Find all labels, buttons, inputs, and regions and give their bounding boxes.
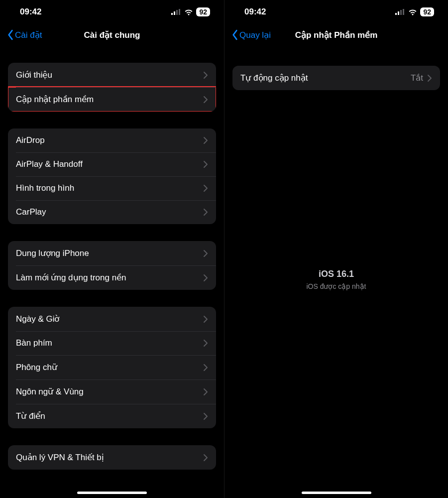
row-label: Hình trong hình bbox=[16, 183, 74, 193]
row-label: AirDrop bbox=[16, 135, 45, 145]
svg-rect-0 bbox=[171, 13, 173, 15]
row-label: Cập nhật phần mềm bbox=[16, 94, 94, 105]
page-title: Cài đặt chung bbox=[84, 30, 140, 40]
row-software-update[interactable]: Cập nhật phần mềm bbox=[8, 87, 216, 112]
svg-rect-5 bbox=[398, 11, 399, 15]
svg-rect-6 bbox=[400, 10, 402, 15]
row-label: Từ điển bbox=[16, 411, 45, 421]
chevron-right-icon bbox=[203, 208, 208, 216]
status-time: 09:42 bbox=[20, 7, 41, 17]
wifi-icon bbox=[408, 9, 417, 15]
row-dictionary[interactable]: Từ điển bbox=[8, 404, 216, 428]
row-label: Giới thiệu bbox=[16, 70, 52, 80]
group-auto-update: Tự động cập nhật Tắt bbox=[232, 66, 440, 90]
row-label: Làm mới ứng dụng trong nền bbox=[16, 272, 126, 283]
back-label: Cài đặt bbox=[15, 30, 42, 40]
row-airdrop[interactable]: AirDrop bbox=[8, 128, 216, 152]
chevron-left-icon bbox=[231, 29, 238, 40]
nav-header: Quay lại Cập nhật Phần mềm bbox=[224, 24, 448, 46]
wifi-icon bbox=[184, 9, 193, 15]
row-auto-update[interactable]: Tự động cập nhật Tắt bbox=[232, 66, 440, 90]
chevron-right-icon bbox=[203, 71, 208, 79]
chevron-right-icon bbox=[203, 136, 208, 144]
group-about: Giới thiệu Cập nhật phần mềm bbox=[8, 63, 216, 112]
home-indicator[interactable] bbox=[302, 492, 371, 494]
status-bar: 09:42 92 bbox=[224, 0, 448, 21]
row-value: Tắt bbox=[411, 73, 423, 83]
back-button[interactable]: Quay lại bbox=[231, 29, 271, 40]
row-label: Dung lượng iPhone bbox=[16, 248, 89, 258]
row-date-time[interactable]: Ngày & Giờ bbox=[8, 307, 216, 331]
row-vpn-device[interactable]: Quản lý VPN & Thiết bị bbox=[8, 445, 216, 470]
chevron-right-icon bbox=[203, 249, 208, 257]
chevron-right-icon bbox=[203, 388, 208, 396]
status-right: 92 bbox=[395, 7, 434, 16]
svg-rect-2 bbox=[176, 10, 178, 15]
row-label: Ngày & Giờ bbox=[16, 314, 59, 324]
row-background-app-refresh[interactable]: Làm mới ứng dụng trong nền bbox=[8, 265, 216, 290]
phone-general-settings: 09:42 92 Cài đặt Cài đặt chung Giới thiệ… bbox=[0, 0, 224, 498]
row-label: Quản lý VPN & Thiết bị bbox=[16, 452, 104, 463]
row-keyboard[interactable]: Bàn phím bbox=[8, 331, 216, 355]
chevron-right-icon bbox=[203, 339, 208, 347]
svg-rect-3 bbox=[179, 9, 180, 15]
chevron-left-icon bbox=[7, 29, 14, 40]
back-label: Quay lại bbox=[239, 30, 271, 40]
page-title: Cập nhật Phần mềm bbox=[295, 30, 378, 40]
row-label: AirPlay & Handoff bbox=[16, 159, 83, 169]
svg-rect-4 bbox=[395, 13, 397, 15]
row-about[interactable]: Giới thiệu bbox=[8, 63, 216, 87]
chevron-right-icon bbox=[203, 454, 208, 462]
nav-header: Cài đặt Cài đặt chung bbox=[0, 24, 224, 46]
svg-rect-7 bbox=[403, 9, 404, 15]
cellular-icon bbox=[171, 9, 181, 15]
row-fonts[interactable]: Phông chữ bbox=[8, 355, 216, 379]
row-label: CarPlay bbox=[16, 207, 46, 217]
row-label: Phông chữ bbox=[16, 362, 57, 373]
ios-version: iOS 16.1 bbox=[224, 269, 448, 279]
chevron-right-icon bbox=[203, 364, 208, 372]
chevron-right-icon bbox=[203, 412, 208, 420]
row-label: Tự động cập nhật bbox=[240, 73, 308, 83]
status-right: 92 bbox=[171, 7, 210, 16]
update-status-text: iOS được cập nhật bbox=[224, 282, 448, 290]
svg-rect-1 bbox=[174, 11, 175, 15]
cellular-icon bbox=[395, 9, 405, 15]
row-language-region[interactable]: Ngôn ngữ & Vùng bbox=[8, 379, 216, 404]
row-airplay-handoff[interactable]: AirPlay & Handoff bbox=[8, 152, 216, 176]
battery-badge: 92 bbox=[420, 7, 434, 16]
chevron-right-icon bbox=[203, 184, 208, 192]
chevron-right-icon bbox=[203, 160, 208, 168]
battery-badge: 92 bbox=[196, 7, 210, 16]
chevron-right-icon bbox=[427, 74, 432, 82]
chevron-right-icon bbox=[203, 96, 208, 104]
home-indicator[interactable] bbox=[77, 492, 147, 494]
group-vpn: Quản lý VPN & Thiết bị bbox=[8, 445, 216, 470]
row-label: Bàn phím bbox=[16, 338, 52, 348]
group-storage: Dung lượng iPhone Làm mới ứng dụng trong… bbox=[8, 241, 216, 290]
group-connectivity: AirDrop AirPlay & Handoff Hình trong hìn… bbox=[8, 128, 216, 224]
group-locale: Ngày & Giờ Bàn phím Phông chữ Ngôn ngữ &… bbox=[8, 307, 216, 428]
update-status-block: iOS 16.1 iOS được cập nhật bbox=[224, 269, 448, 290]
status-bar: 09:42 92 bbox=[0, 0, 224, 21]
back-button[interactable]: Cài đặt bbox=[7, 29, 42, 40]
row-picture-in-picture[interactable]: Hình trong hình bbox=[8, 176, 216, 200]
phone-software-update: 09:42 92 Quay lại Cập nhật Phần mềm Tự đ… bbox=[224, 0, 448, 498]
status-time: 09:42 bbox=[244, 7, 266, 17]
chevron-right-icon bbox=[203, 315, 208, 323]
row-label: Ngôn ngữ & Vùng bbox=[16, 386, 84, 397]
row-carplay[interactable]: CarPlay bbox=[8, 200, 216, 224]
chevron-right-icon bbox=[203, 274, 208, 282]
row-iphone-storage[interactable]: Dung lượng iPhone bbox=[8, 241, 216, 265]
